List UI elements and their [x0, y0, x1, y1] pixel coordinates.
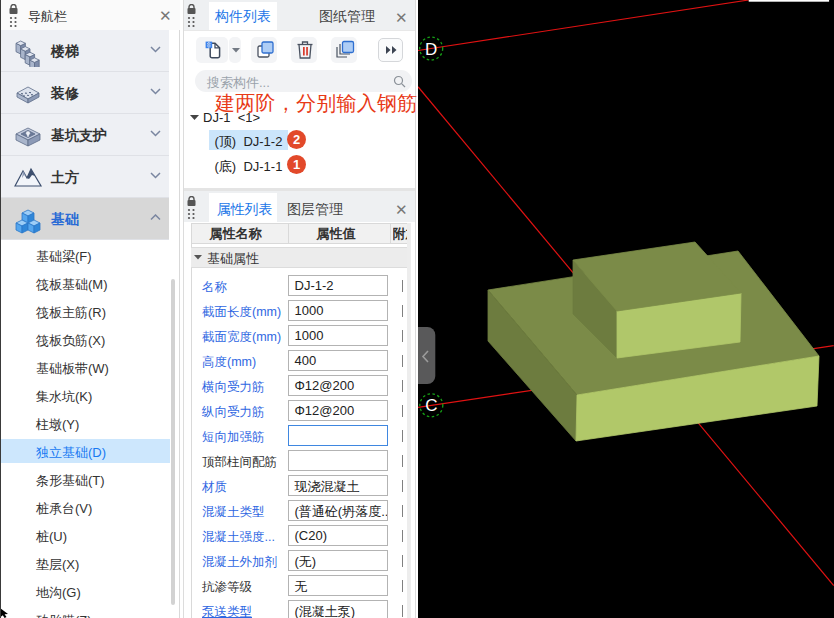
svg-text:D: D [425, 40, 437, 59]
svg-text:C: C [425, 396, 437, 415]
